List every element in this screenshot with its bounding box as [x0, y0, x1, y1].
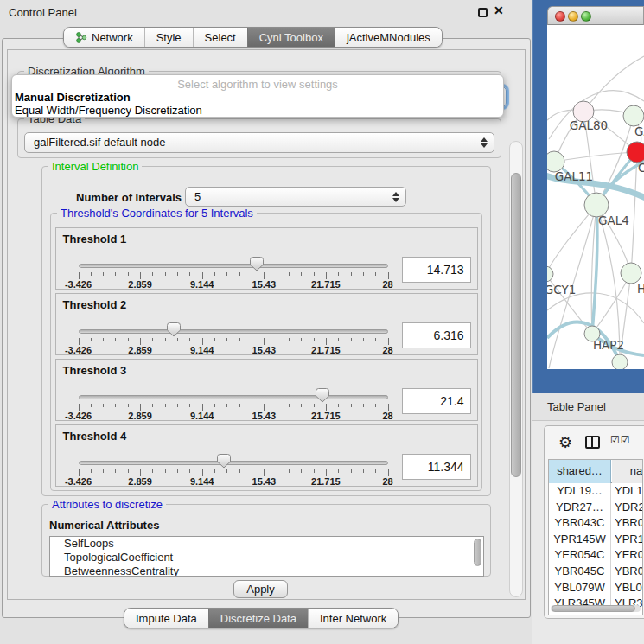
tab-discretize-data[interactable]: Discretize Data [208, 609, 308, 628]
threshold-panel: Threshold 3 -3.4262.8599.14415.4321.7152… [55, 359, 478, 421]
slider-track[interactable] [79, 329, 388, 334]
control-panel-tabs: Network Style Select Cyni Toolbox jActiv… [63, 27, 443, 48]
number-of-intervals-combobox[interactable]: 5 [185, 187, 406, 207]
table-panel: Table Panel ⚙ ☑☑ shared… name YDL19… YDL… [532, 393, 644, 644]
attribute-list-item[interactable]: SelfLoops [50, 537, 483, 551]
float-panel-icon[interactable] [478, 8, 488, 17]
tab-infer-network[interactable]: Infer Network [308, 609, 398, 628]
column-header-name[interactable]: name [612, 460, 643, 483]
table-horizontal-scrollbar[interactable] [551, 605, 641, 612]
number-of-intervals-value: 5 [194, 190, 201, 203]
network-node-label: GCY1 [547, 283, 576, 296]
tab-jactivemnodules[interactable]: jActiveMNodules [335, 28, 442, 47]
network-node[interactable] [547, 266, 553, 282]
table-row[interactable]: YDR27… YDR2 [549, 500, 642, 516]
table-horizontal-scrollbar-thumb[interactable] [552, 605, 635, 612]
close-panel-icon[interactable]: ✕ [494, 3, 504, 17]
attribute-list-item[interactable]: TopologicalCoefficient [50, 551, 483, 564]
table-cell-shared-name[interactable]: YBL079W [549, 580, 611, 596]
table-row[interactable]: YPR145W YPR1 [549, 532, 642, 548]
numerical-attributes-label: Numerical Attributes [49, 519, 159, 532]
table-cell-name[interactable]: YBR0 [615, 564, 642, 580]
tab-impute-data-label: Impute Data [136, 612, 197, 625]
table-row[interactable]: YBR043C YBR0 [549, 515, 642, 532]
table-cell-name[interactable]: YBR0 [615, 515, 642, 532]
threshold-value-field[interactable]: 21.4 [402, 388, 471, 414]
threshold-panel: Threshold 2 -3.4262.8599.14415.4321.7152… [55, 293, 478, 355]
table-cell-name[interactable]: YPR1 [615, 532, 642, 548]
tab-impute-data[interactable]: Impute Data [124, 609, 208, 628]
table-data-combobox[interactable]: galFiltered.sif default node [24, 132, 494, 153]
tab-cyni-toolbox-label: Cyni Toolbox [259, 31, 323, 44]
control-panel-scrollbar[interactable] [509, 141, 523, 597]
table-cell-shared-name[interactable]: YDR27… [549, 500, 611, 516]
slider-thumb[interactable] [167, 322, 181, 337]
network-node[interactable] [627, 142, 644, 163]
minimize-window-icon[interactable] [568, 11, 578, 22]
numerical-attributes-list[interactable]: SelfLoops TopologicalCoefficient Between… [49, 536, 484, 577]
network-node[interactable] [612, 354, 628, 369]
table-cell-shared-name[interactable]: YER054C [549, 547, 611, 564]
threshold-panel: Threshold 1 -3.4262.8599.14415.4321.7152… [55, 227, 478, 290]
algorithm-option-manual[interactable]: Manual Discretization [12, 91, 503, 104]
tab-cyni-toolbox[interactable]: Cyni Toolbox [247, 28, 335, 47]
tab-select-label: Select [205, 31, 236, 44]
table-settings-gear-icon[interactable]: ⚙ [558, 433, 572, 451]
slider-thumb[interactable] [217, 454, 231, 469]
control-panel-scrollbar-thumb[interactable] [511, 173, 521, 477]
slider-thumb[interactable] [250, 257, 264, 271]
tab-network-label: Network [92, 31, 133, 44]
zoom-window-icon[interactable] [581, 11, 591, 22]
table-row[interactable]: YBL079W YBL0 [549, 580, 642, 596]
table-row[interactable]: YDL19… YDL1 [549, 483, 642, 500]
table-cell-shared-name[interactable]: YBR043C [549, 515, 611, 532]
tab-network[interactable]: Network [64, 28, 144, 47]
network-node-label: GAL80 [570, 118, 608, 132]
table-row[interactable]: YBR045C YBR0 [549, 564, 642, 580]
table-cell-name[interactable]: YER0 [615, 547, 642, 564]
close-window-icon[interactable] [555, 11, 565, 22]
column-header-shared-name[interactable]: shared… [549, 460, 611, 483]
network-node[interactable] [623, 105, 644, 126]
attribute-list-item[interactable]: BetweennessCentrality [50, 564, 483, 577]
threshold-panel: Threshold 4 -3.4262.8599.14415.4321.7152… [55, 424, 478, 487]
interval-definition-group-title: Interval Definition [48, 160, 142, 173]
slider-thumb[interactable] [316, 388, 329, 403]
table-cell-name[interactable]: YDR2 [615, 500, 642, 516]
tab-select[interactable]: Select [193, 28, 247, 47]
network-window-titlebar[interactable] [547, 6, 644, 25]
table-panel-body: ⚙ ☑☑ shared… name YDL19… YDL1 [544, 425, 644, 619]
threshold-value-field[interactable]: 11.344 [402, 454, 471, 480]
table-panel-title: Table Panel [547, 400, 606, 413]
network-icon [75, 31, 87, 43]
threshold-value-field[interactable]: 6.316 [402, 322, 471, 348]
threshold-value-field[interactable]: 14.713 [402, 257, 471, 283]
threshold-slider[interactable]: -3.4262.8599.14415.4321.71528 [79, 360, 388, 422]
table-cell-name[interactable]: YBL0 [615, 580, 642, 596]
threshold-slider[interactable]: -3.4262.8599.14415.4321.71528 [79, 294, 388, 356]
table-cell-shared-name[interactable]: YBR045C [549, 564, 611, 580]
combo-arrows-icon [481, 137, 487, 148]
column-checkbox-icons[interactable]: ☑☑ [610, 434, 631, 446]
threshold-slider[interactable]: -3.4262.8599.14415.4321.71528 [79, 425, 388, 488]
apply-button[interactable]: Apply [233, 580, 288, 598]
table-column-headers: shared… name [549, 460, 642, 483]
control-panel-title: Control Panel [9, 6, 77, 19]
attributes-group-title: Attributes to discretize [48, 498, 166, 511]
network-canvas[interactable]: GAL80GACGAL11GAL4GCY1HHAP2 [547, 25, 644, 369]
algorithm-placeholder: Select algorithm to view settings [12, 75, 503, 91]
split-panel-icon[interactable] [585, 436, 600, 449]
slider-track[interactable] [79, 264, 388, 268]
attributes-scrollbar-thumb[interactable] [474, 539, 481, 566]
network-node[interactable] [621, 263, 641, 284]
tab-style[interactable]: Style [144, 28, 193, 47]
table-cell-name[interactable]: YDL1 [615, 483, 642, 500]
table-cell-shared-name[interactable]: YPR145W [549, 532, 611, 548]
threshold-slider[interactable]: -3.4262.8599.14415.4321.71528 [79, 228, 388, 290]
table-cell-shared-name[interactable]: YDL19… [549, 483, 611, 500]
algorithm-option-equal-width[interactable]: Equal Width/Frequency Discretization [12, 104, 503, 117]
slider-track[interactable] [79, 461, 388, 465]
table-row[interactable]: YER054C YER0 [549, 547, 642, 564]
node-table: shared… name YDL19… YDL1 YDR27… YDR2 [548, 459, 643, 615]
slider-track[interactable] [79, 395, 388, 399]
